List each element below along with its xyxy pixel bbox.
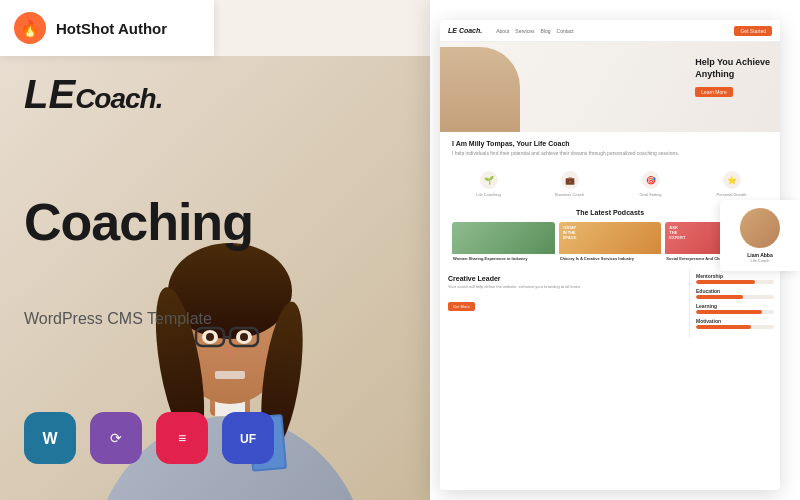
template-hero: Help You AchieveAnything Learn More [440, 42, 780, 132]
sidebar-mentorship-bar [696, 280, 774, 284]
sidebar-learning-bar [696, 310, 774, 314]
svg-text:W: W [42, 430, 58, 447]
service-text-2: Business Coach [533, 192, 606, 197]
template-logo: LE Coach. [448, 27, 482, 34]
svg-rect-18 [215, 371, 245, 379]
sidebar-learning-fill [696, 310, 762, 314]
template-hero-title: Help You AchieveAnything [695, 57, 770, 80]
sidebar-motivation-label: Motivation [696, 318, 774, 324]
podcast-card-2: TODAYIN THESPACE. Chicory Is A Creative … [559, 222, 662, 263]
nav-link-services: Services [515, 28, 534, 34]
sidebar-education-label: Education [696, 288, 774, 294]
nav-link-about: About [496, 28, 509, 34]
ultraframework-icon: UF [222, 412, 274, 464]
template-sidebar: Mentorship Education Learning [690, 269, 780, 337]
svg-point-17 [225, 345, 235, 359]
sidebar-motivation-fill [696, 325, 751, 329]
svg-text:⟳: ⟳ [110, 430, 122, 446]
template-hero-person [440, 47, 520, 132]
service-text-1: Life Coaching [452, 192, 525, 197]
svg-text:UF: UF [240, 432, 256, 446]
elementor-icon: ≡ [156, 412, 208, 464]
podcast-img-1 [452, 222, 555, 254]
podcast-label-1: Women Sharing Experience in Industry [452, 254, 555, 263]
creative-title: Creative Leader [448, 275, 681, 282]
podcast-card-1: Women Sharing Experience in Industry [452, 222, 555, 263]
subtitle-area: WordPress CMS Template [24, 310, 212, 328]
template-services: 🌱 Life Coaching 💼 Business Coach 🎯 Goal … [440, 165, 780, 203]
service-item-3: 🎯 Goal Setting [614, 171, 687, 197]
podcast-label-2: Chicory Is A Creative Services Industry [559, 254, 662, 263]
subtitle-text: WordPress CMS Template [24, 310, 212, 328]
template-hero-cta: Learn More [695, 87, 733, 97]
sidebar-mentorship-fill [696, 280, 755, 284]
logo-le: LE [24, 72, 75, 116]
svg-text:≡: ≡ [178, 430, 186, 446]
template-about-title: I Am Milly Tompas, Your Life Coach [452, 140, 768, 147]
service-text-4: Personal Growth [695, 192, 768, 197]
service-item-1: 🌱 Life Coaching [452, 171, 525, 197]
svg-point-16 [240, 333, 248, 341]
sidebar-education-bar [696, 295, 774, 299]
logo-coach: Coach. [75, 83, 162, 114]
header-title: HotShot Author [56, 20, 167, 37]
wordpress-icon: W [24, 412, 76, 464]
flame-icon: 🔥 [14, 12, 46, 44]
template-about: I Am Milly Tompas, Your Life Coach I hel… [440, 132, 780, 165]
template-cta-button: Get Started [734, 26, 772, 36]
podcast-img-2: TODAYIN THESPACE. [559, 222, 662, 254]
service-icon-3: 🎯 [642, 171, 660, 189]
service-icon-1: 🌱 [480, 171, 498, 189]
template-creative-section: Creative Leader Your coach will help def… [440, 269, 690, 337]
service-icon-2: 💼 [561, 171, 579, 189]
sidebar-education: Education [696, 288, 774, 299]
nav-link-contact: Contact [557, 28, 574, 34]
main-title-area: Coaching [24, 195, 253, 250]
query-monitor-icon: ⟳ [90, 412, 142, 464]
sidebar-motivation-bar [696, 325, 774, 329]
sidebar-mentorship-label: Mentorship [696, 273, 774, 279]
sidebar-learning-label: Learning [696, 303, 774, 309]
template-hero-text: Help You AchieveAnything Learn More [695, 57, 770, 98]
creative-cta-button: Get More [448, 302, 475, 311]
template-about-text: I help individuals find their potential … [452, 150, 768, 157]
sidebar-motivation: Motivation [696, 318, 774, 329]
nav-link-blog: Blog [541, 28, 551, 34]
sidebar-learning: Learning [696, 303, 774, 314]
service-icon-4: ⭐ [723, 171, 741, 189]
service-item-2: 💼 Business Coach [533, 171, 606, 197]
svg-text:🔥: 🔥 [20, 19, 40, 38]
plugin-icons-row: W ⟳ ≡ UF [24, 412, 274, 464]
service-item-4: ⭐ Personal Growth [695, 171, 768, 197]
logo-area: LECoach. [24, 72, 162, 117]
sidebar-mentorship: Mentorship [696, 273, 774, 284]
creative-text: Your coach will help define the website,… [448, 284, 681, 289]
template-nav: LE Coach. About Services Blog Contact Ge… [440, 20, 780, 42]
sidebar-education-fill [696, 295, 743, 299]
service-text-3: Goal Setting [614, 192, 687, 197]
svg-point-15 [206, 333, 214, 341]
left-panel: LECoach. Coaching WordPress CMS Template… [0, 0, 460, 500]
right-panel: LE Coach. About Services Blog Contact Ge… [430, 0, 800, 500]
template-bottom: Creative Leader Your coach will help def… [440, 269, 780, 337]
header-bar: 🔥 HotShot Author [0, 0, 214, 56]
profile-card: Liam Abba Life Coach [720, 200, 800, 271]
profile-role: Life Coach [728, 258, 792, 263]
profile-avatar [740, 208, 780, 248]
template-nav-links: About Services Blog Contact [496, 28, 574, 34]
main-heading: Coaching [24, 195, 253, 250]
